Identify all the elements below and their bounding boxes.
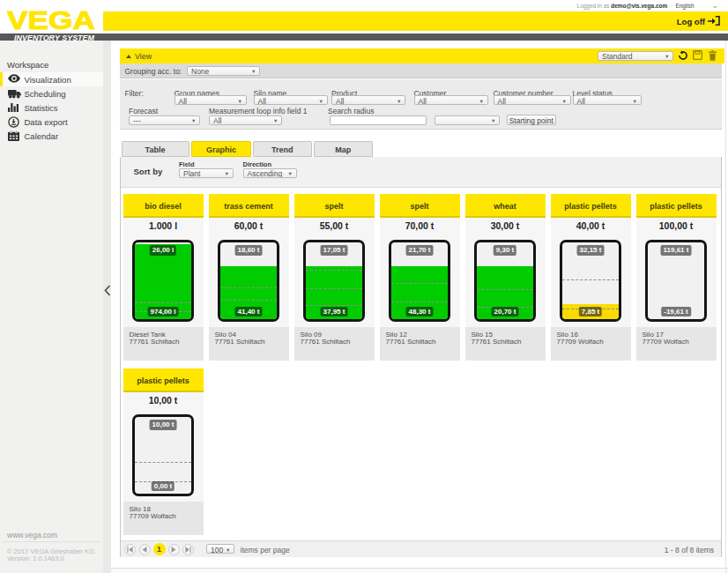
- svg-text:VEGA: VEGA: [7, 9, 95, 31]
